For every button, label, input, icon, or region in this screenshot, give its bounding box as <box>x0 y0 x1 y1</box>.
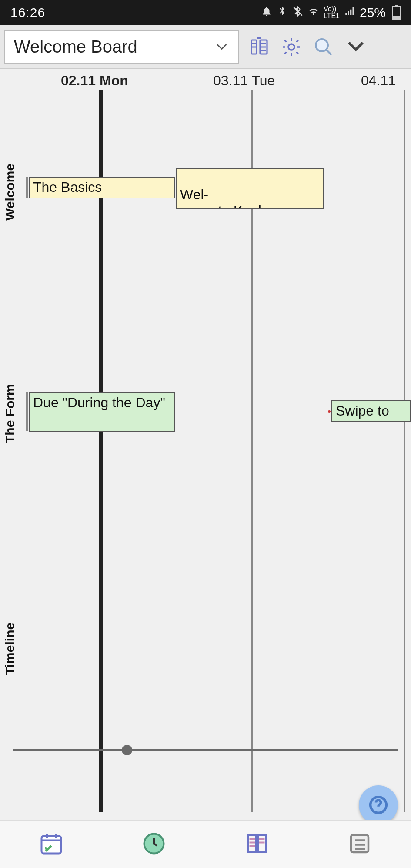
timeline-scrubber[interactable] <box>13 749 398 751</box>
date-col-1: 02.11 Mon <box>61 73 128 89</box>
nav-board[interactable] <box>244 831 270 858</box>
help-fab[interactable] <box>359 785 398 824</box>
chevron-down-icon <box>214 39 230 55</box>
collapse-toolbar-chevron-icon[interactable] <box>344 35 368 59</box>
nav-list[interactable] <box>347 831 373 858</box>
svg-point-3 <box>316 39 328 51</box>
card-the-basics[interactable]: The Basics <box>29 177 175 198</box>
android-status-bar: 16:26 Vo))LTE1 25% <box>0 0 411 25</box>
card-text: Swipe to <box>336 403 389 419</box>
bottom-nav <box>0 820 411 868</box>
wifi-icon <box>308 6 319 20</box>
row-label-welcome: Welcome <box>3 157 17 227</box>
network-label: Vo))LTE1 <box>324 6 340 20</box>
svg-point-2 <box>288 44 294 50</box>
date-col-3: 04.11 <box>361 73 396 89</box>
search-icon[interactable] <box>311 35 336 59</box>
bluetooth-icon <box>277 6 288 20</box>
card-welcome-kanb[interactable]: Wel- come to Kanb…- <box>176 168 324 209</box>
scrubber-thumb[interactable] <box>122 745 132 755</box>
board-dropdown-label: Welcome Board <box>14 37 137 57</box>
gear-icon[interactable] <box>279 35 304 59</box>
row-dline-timeline <box>22 647 411 647</box>
card-due-during[interactable]: Due "During the Day" <box>29 392 175 432</box>
card-swipe-to[interactable]: Swipe to <box>331 400 411 422</box>
card-text: Due "During the Day" <box>33 395 165 410</box>
timeline-canvas[interactable]: Welcome The Form Timeline The Basics Wel… <box>0 90 411 812</box>
day-line-3 <box>404 90 405 812</box>
help-icon <box>369 795 388 814</box>
date-col-2: 03.11 Tue <box>213 73 275 89</box>
svg-rect-5 <box>42 836 61 853</box>
nav-calendar[interactable] <box>38 831 64 858</box>
svg-rect-7 <box>248 835 256 852</box>
battery-pct: 25% <box>360 5 386 20</box>
row-label-timeline: Timeline <box>3 610 17 688</box>
status-right-cluster: Vo))LTE1 25% <box>261 5 401 20</box>
card-red-dot <box>328 410 331 413</box>
card-edge-marker <box>26 177 28 198</box>
app-toolbar: Welcome Board <box>0 25 411 69</box>
alarm-icon <box>261 6 272 20</box>
card-text: Wel- come to Kanb…- <box>180 187 284 209</box>
svg-rect-8 <box>258 835 266 852</box>
card-text: The Basics <box>33 179 102 195</box>
status-time: 16:26 <box>10 5 45 20</box>
mute-icon <box>292 6 304 20</box>
board-dropdown[interactable]: Welcome Board <box>4 30 239 64</box>
date-header-row: 02.11 Mon 03.11 Tue 04.11 <box>0 69 411 90</box>
signal-icon <box>344 6 355 20</box>
card-edge-marker <box>26 392 28 431</box>
battery-icon <box>392 6 401 20</box>
nav-clock[interactable] <box>141 831 167 858</box>
row-label-theform: The Form <box>3 375 17 453</box>
columns-icon[interactable] <box>247 35 271 59</box>
